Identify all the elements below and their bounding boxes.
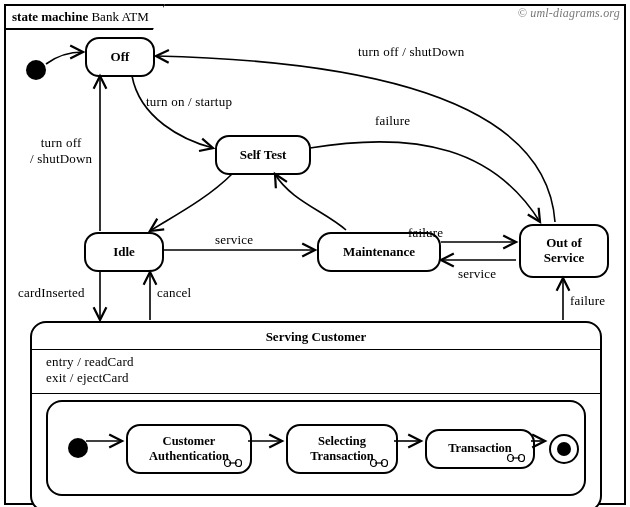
label-cancel: cancel: [157, 285, 191, 301]
state-selecting-transaction: Selecting Transaction: [286, 424, 398, 474]
label-turn-on: turn on / startup: [146, 94, 232, 110]
uml-state-machine-diagram: © uml-diagrams.org state machine Bank AT…: [0, 0, 630, 507]
exit-behavior: exit / ejectCard: [46, 370, 586, 386]
sel-trans-l2: Transaction: [310, 449, 374, 463]
label-turn-off-shutdown-top: turn off / shutDown: [358, 44, 464, 60]
state-serving-customer: Serving Customer entry / readCard exit /…: [30, 321, 602, 507]
state-out-of-service-l2: Service: [544, 251, 584, 266]
frame-keyword: state machine: [12, 9, 88, 24]
cust-auth-l2: Authentication: [149, 449, 229, 463]
state-idle: Idle: [84, 232, 164, 272]
transaction-label: Transaction: [448, 441, 512, 456]
state-off-label: Off: [111, 49, 130, 65]
submachine-icon: [370, 458, 388, 468]
state-transaction: Transaction: [425, 429, 535, 469]
serving-customer-behaviors: entry / readCard exit / ejectCard: [32, 350, 600, 393]
state-idle-label: Idle: [113, 244, 135, 260]
state-off: Off: [85, 37, 155, 77]
label-failure-serving: failure: [570, 293, 605, 309]
final-state-dot: [557, 442, 571, 456]
submachine-icon: [224, 458, 242, 468]
serving-customer-region: Customer Authentication Selecting Transa…: [46, 400, 586, 496]
state-out-of-service-l1: Out of: [546, 236, 582, 251]
cust-auth-l1: Customer: [163, 434, 216, 448]
state-self-test: Self Test: [215, 135, 311, 175]
label-failure-selftest: failure: [375, 113, 410, 129]
initial-state: [26, 60, 46, 80]
entry-behavior: entry / readCard: [46, 354, 586, 370]
frame-name: Bank ATM: [91, 9, 148, 24]
label-service-oos: service: [458, 266, 496, 282]
label-turn-off-shutdown-left: turn off / shutDown: [30, 135, 92, 168]
label-service-idle: service: [215, 232, 253, 248]
inner-final-state: [549, 434, 579, 464]
state-maintenance-label: Maintenance: [343, 244, 415, 260]
state-out-of-service: Out of Service: [519, 224, 609, 278]
label-card-inserted: cardInserted: [18, 285, 85, 301]
state-customer-authentication: Customer Authentication: [126, 424, 252, 474]
inner-initial-state: [68, 438, 88, 458]
frame-title-tab: state machine Bank ATM: [4, 4, 165, 30]
serving-customer-title: Serving Customer: [32, 323, 600, 349]
submachine-icon: [507, 453, 525, 463]
label-failure-maint: failure: [408, 225, 443, 241]
sel-trans-l1: Selecting: [318, 434, 366, 448]
state-self-test-label: Self Test: [240, 147, 287, 163]
composite-divider-2: [32, 393, 600, 394]
